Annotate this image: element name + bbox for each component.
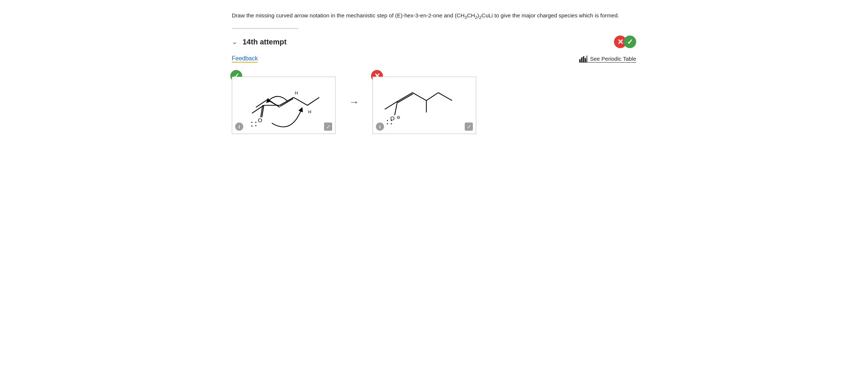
- reaction-arrow-container: →: [335, 96, 373, 108]
- periodic-table-icon: [579, 55, 587, 62]
- feedback-row: Feedback See Periodic Table: [232, 55, 636, 63]
- section-divider: [232, 28, 298, 29]
- left-molecule-info-icon[interactable]: i: [235, 123, 243, 131]
- attempt-title: 14th attempt: [243, 38, 287, 46]
- left-molecule-svg: O • • • •: [232, 77, 335, 134]
- svg-line-25: [398, 94, 413, 103]
- left-molecule-box: O • • • •: [232, 77, 335, 134]
- svg-line-24: [397, 93, 413, 101]
- reaction-container: ✓: [232, 70, 636, 134]
- periodic-table-link[interactable]: See Periodic Table: [579, 55, 636, 63]
- attempt-header-left: ⌄ 14th attempt: [232, 38, 287, 46]
- svg-text:•: •: [255, 120, 257, 124]
- svg-rect-4: [587, 56, 587, 62]
- svg-line-17: [280, 97, 293, 105]
- svg-rect-0: [579, 59, 581, 62]
- feedback-link[interactable]: Feedback: [232, 55, 258, 63]
- svg-rect-3: [585, 58, 586, 62]
- svg-text:⊖: ⊖: [397, 115, 400, 120]
- left-molecule-expand-icon[interactable]: ⤢: [324, 123, 332, 131]
- svg-line-30: [395, 101, 397, 115]
- svg-rect-2: [583, 56, 584, 62]
- svg-line-5: [256, 99, 268, 107]
- right-molecule-svg: O ⊖ • • • •: [373, 77, 476, 134]
- svg-line-27: [426, 93, 438, 100]
- reaction-arrow-symbol: →: [349, 96, 359, 108]
- page-container: Draw the missing curved arrow notation i…: [217, 0, 651, 149]
- attempt-correct-icon: ✓: [624, 36, 636, 48]
- left-molecule-wrapper: ✓: [232, 77, 335, 134]
- periodic-table-label[interactable]: See Periodic Table: [590, 56, 636, 62]
- question-text: Draw the missing curved arrow notation i…: [232, 11, 636, 21]
- svg-text:H: H: [308, 109, 311, 114]
- attempt-header: ⌄ 14th attempt ✕ ✓: [232, 36, 636, 48]
- svg-line-28: [438, 93, 452, 100]
- svg-line-26: [413, 93, 426, 100]
- right-molecule-box: O ⊖ • • • • i ⤢: [373, 77, 476, 134]
- svg-line-23: [385, 101, 397, 109]
- svg-line-19: [294, 97, 307, 105]
- attempt-status-icons: ✕ ✓: [614, 36, 636, 48]
- svg-text:O: O: [258, 117, 263, 123]
- right-molecule-expand-icon[interactable]: ⤢: [465, 123, 473, 131]
- attempt-section: ⌄ 14th attempt ✕ ✓ Feedback: [232, 36, 636, 134]
- collapse-chevron-icon[interactable]: ⌄: [232, 38, 237, 46]
- right-molecule-wrapper: ✕: [373, 77, 476, 134]
- svg-text:•: •: [391, 118, 392, 123]
- svg-text:•: •: [251, 124, 253, 128]
- svg-rect-1: [581, 57, 582, 62]
- svg-text:H: H: [295, 90, 298, 95]
- svg-line-18: [280, 98, 293, 106]
- svg-line-20: [307, 97, 319, 105]
- right-molecule-info-icon[interactable]: i: [376, 123, 384, 131]
- svg-text:•: •: [387, 121, 388, 126]
